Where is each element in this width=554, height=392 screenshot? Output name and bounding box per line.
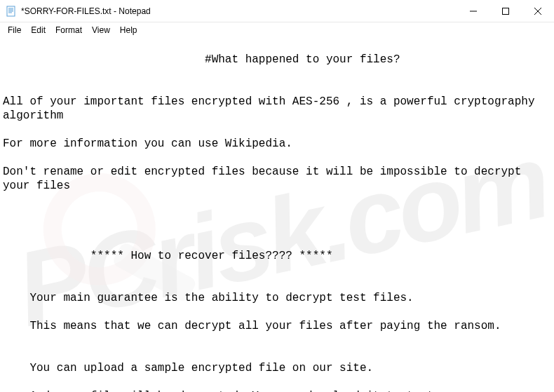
text-line: This means that we can decrypt all your … <box>3 319 551 333</box>
notepad-icon <box>6 6 17 17</box>
close-button[interactable] <box>522 0 554 22</box>
menu-file[interactable]: File <box>3 24 26 36</box>
menu-help[interactable]: Help <box>115 24 142 36</box>
text-line: All of your important files encrypted wi… <box>3 95 551 123</box>
window-title: *SORRY-FOR-FILES.txt - Notepad <box>21 6 151 16</box>
text-line: You can upload a sample encrypted file o… <box>3 361 551 375</box>
text-line: ***** How to recover files???? ***** <box>3 249 551 263</box>
svg-rect-6 <box>503 8 509 14</box>
menubar: File Edit Format View Help <box>0 22 554 37</box>
maximize-button[interactable] <box>489 0 522 22</box>
titlebar: *SORRY-FOR-FILES.txt - Notepad <box>0 0 554 22</box>
editor-wrap: PCrisk.com #What happened to your files?… <box>0 37 554 392</box>
minimize-button[interactable] <box>457 0 489 22</box>
menu-edit[interactable]: Edit <box>26 24 50 36</box>
menu-view[interactable]: View <box>87 24 115 36</box>
menu-format[interactable]: Format <box>50 24 87 36</box>
text-line: Your main guarantee is the ability to de… <box>3 291 551 305</box>
text-line: #What happened to your files? <box>3 53 551 67</box>
text-line: For more information you can use Wikiped… <box>3 137 551 151</box>
text-line: And your file will be decrypted. You can… <box>3 389 551 392</box>
text-editor[interactable]: #What happened to your files? All of you… <box>0 37 554 392</box>
text-line: Don't rename or edit encrypted files bec… <box>3 165 551 193</box>
